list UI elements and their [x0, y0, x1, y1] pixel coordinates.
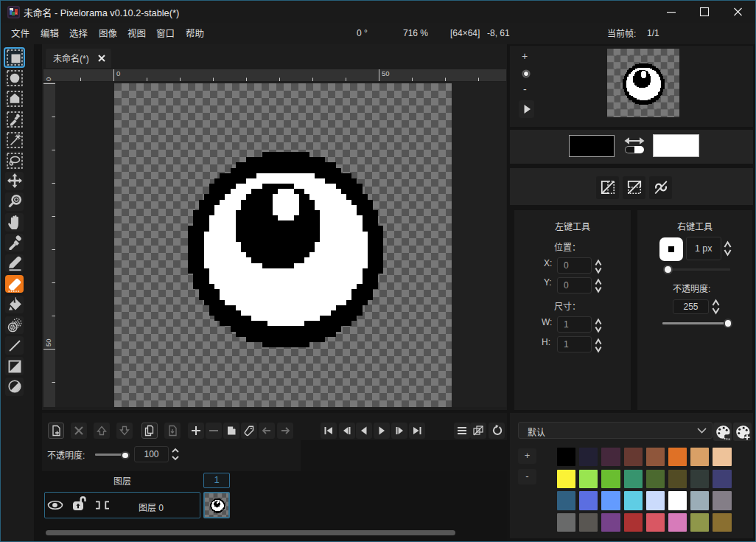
- svg-text:0: 0: [116, 69, 120, 77]
- svg-text:50: 50: [382, 69, 390, 77]
- svg-text:0: 0: [44, 77, 52, 81]
- svg-text:50: 50: [44, 338, 52, 347]
